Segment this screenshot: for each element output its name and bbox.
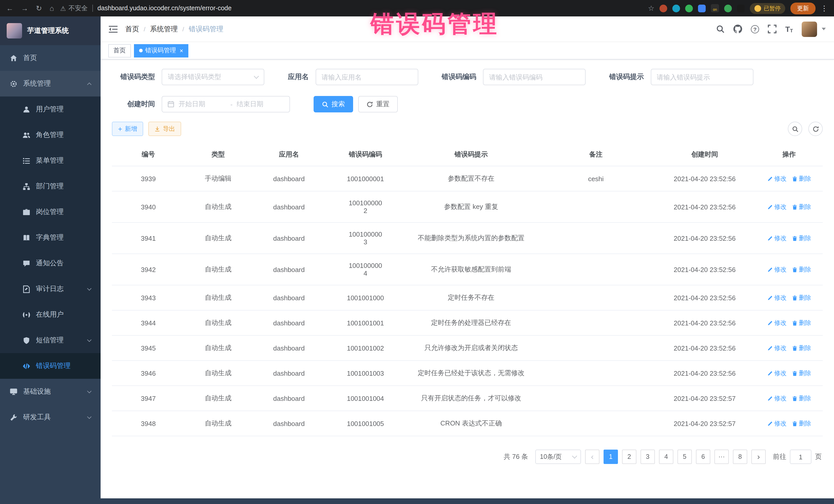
- trash-icon: [792, 267, 797, 272]
- edit-link[interactable]: 修改: [767, 293, 787, 302]
- edit-link[interactable]: 修改: [767, 344, 787, 352]
- home-nav-icon[interactable]: ⌂: [49, 5, 54, 12]
- delete-link[interactable]: 删除: [792, 174, 811, 183]
- search-button[interactable]: 搜索: [313, 96, 353, 112]
- tag-error-code[interactable]: 错误码管理 ×: [134, 44, 188, 57]
- app-name-input[interactable]: [315, 69, 418, 85]
- cell-type: 自动生成: [185, 191, 251, 222]
- cell-code: 1001000001: [326, 166, 404, 191]
- sidebar-item-sms-management[interactable]: 短信管理: [0, 327, 101, 353]
- breadcrumb-system[interactable]: 系统管理: [150, 24, 178, 34]
- browser-menu-icon[interactable]: ⋮: [821, 4, 828, 12]
- reload-icon[interactable]: ↻: [36, 5, 42, 12]
- page-size-select[interactable]: 10条/页: [535, 450, 581, 464]
- page-button-8[interactable]: 8: [733, 450, 747, 464]
- goto-page-input[interactable]: [790, 450, 811, 464]
- sidebar-item-dict-management[interactable]: 字典管理: [0, 225, 101, 250]
- address-bar[interactable]: ⚠ 不安全 dashboard.yudao.iocoder.cn/system/…: [60, 4, 641, 13]
- sidebar-item-post-management[interactable]: 岗位管理: [0, 199, 101, 225]
- delete-link[interactable]: 删除: [792, 234, 811, 242]
- paused-profile-badge[interactable]: 已暂停: [750, 3, 785, 14]
- edit-link[interactable]: 修改: [767, 202, 787, 211]
- date-range-picker[interactable]: 开始日期 - 结束日期: [162, 96, 290, 112]
- extension-icon-teal[interactable]: [672, 4, 680, 12]
- delete-link[interactable]: 删除: [792, 419, 811, 428]
- extension-icon-tampermonkey[interactable]: [737, 4, 745, 12]
- page-button-3[interactable]: 3: [640, 450, 655, 464]
- fullscreen-icon[interactable]: [768, 25, 776, 34]
- sidebar-item-audit-log[interactable]: 审计日志: [0, 276, 101, 302]
- github-icon[interactable]: [733, 25, 742, 34]
- extension-icon-blue-grid[interactable]: [698, 4, 706, 12]
- extension-icon-on-badge[interactable]: on: [711, 4, 719, 12]
- sidebar-item-infrastructure[interactable]: 基础设施: [0, 379, 101, 404]
- delete-link[interactable]: 删除: [792, 369, 811, 377]
- help-icon[interactable]: ?: [751, 25, 759, 33]
- extension-icon-red[interactable]: [659, 4, 667, 12]
- delete-link[interactable]: 删除: [792, 265, 811, 274]
- page-button-5[interactable]: 5: [678, 450, 692, 464]
- sidebar-item-error-code-management[interactable]: 错误码管理: [0, 353, 101, 379]
- export-button[interactable]: 导出: [148, 122, 181, 136]
- cell-app: dashboard: [251, 411, 326, 436]
- not-secure-badge[interactable]: ⚠ 不安全: [60, 4, 88, 13]
- home-icon: [10, 54, 18, 62]
- url-text[interactable]: dashboard.yudao.iocoder.cn/system/error-…: [97, 5, 232, 12]
- delete-link[interactable]: 删除: [792, 394, 811, 403]
- page-button-6[interactable]: 6: [696, 450, 710, 464]
- edit-link[interactable]: 修改: [767, 319, 787, 327]
- app-title: 芋道管理系统: [27, 26, 69, 36]
- breadcrumb-home[interactable]: 首页: [125, 24, 139, 34]
- user-avatar[interactable]: [802, 21, 817, 37]
- chevron-down-icon: [87, 414, 92, 419]
- end-date-placeholder: 结束日期: [237, 100, 284, 109]
- edit-link[interactable]: 修改: [767, 394, 787, 403]
- edit-link[interactable]: 修改: [767, 174, 787, 183]
- delete-link[interactable]: 删除: [792, 344, 811, 352]
- more-pages-button[interactable]: ···: [715, 450, 729, 464]
- sidebar-item-menu-management[interactable]: 菜单管理: [0, 148, 101, 174]
- page-button-2[interactable]: 2: [622, 450, 636, 464]
- delete-link[interactable]: 删除: [792, 319, 811, 327]
- cell-time: 2021-04-20 23:52:56: [654, 310, 755, 335]
- sidebar-item-role-management[interactable]: 角色管理: [0, 122, 101, 148]
- update-browser-button[interactable]: 更新: [790, 2, 815, 14]
- forward-icon[interactable]: →: [21, 5, 28, 12]
- sidebar-item-user-management[interactable]: 用户管理: [0, 96, 101, 122]
- extension-icon-green-check[interactable]: [685, 4, 693, 12]
- toggle-search-button[interactable]: [788, 122, 802, 136]
- bookmark-star-icon[interactable]: ☆: [648, 4, 654, 12]
- refresh-table-button[interactable]: [808, 122, 823, 136]
- sidebar-item-department-management[interactable]: 部门管理: [0, 174, 101, 199]
- edit-link[interactable]: 修改: [767, 234, 787, 242]
- edit-link[interactable]: 修改: [767, 369, 787, 377]
- add-button[interactable]: + 新增: [112, 122, 143, 136]
- delete-link[interactable]: 删除: [792, 202, 811, 211]
- caret-down-icon[interactable]: [822, 28, 826, 30]
- cell-type: 手动编辑: [185, 166, 251, 191]
- close-icon[interactable]: ×: [180, 47, 183, 53]
- sidebar-item-dev-tools[interactable]: 研发工具: [0, 404, 101, 430]
- error-hint-input[interactable]: [651, 69, 753, 85]
- page-button-1[interactable]: 1: [603, 450, 618, 464]
- search-icon[interactable]: [716, 25, 725, 34]
- sidebar-item-system-management[interactable]: 系统管理: [0, 71, 101, 96]
- error-code-input[interactable]: [483, 69, 586, 85]
- cell-type: 自动生成: [185, 285, 251, 310]
- page-button-4[interactable]: 4: [659, 450, 673, 464]
- error-type-select[interactable]: 请选择错误码类型: [162, 69, 264, 85]
- edit-link[interactable]: 修改: [767, 265, 787, 274]
- delete-link[interactable]: 删除: [792, 293, 811, 302]
- next-page-button[interactable]: ›: [751, 450, 766, 464]
- edit-link[interactable]: 修改: [767, 419, 787, 428]
- tag-home[interactable]: 首页: [108, 44, 131, 57]
- sidebar-fold-icon[interactable]: [109, 25, 117, 32]
- prev-page-button[interactable]: ‹: [585, 450, 599, 464]
- reset-button[interactable]: 重置: [358, 96, 398, 112]
- sidebar-item-online-users[interactable]: 在线用户: [0, 302, 101, 327]
- sidebar-item-home[interactable]: 首页: [0, 45, 101, 71]
- back-icon[interactable]: ←: [6, 5, 13, 12]
- sidebar-item-notice[interactable]: 通知公告: [0, 250, 101, 276]
- extension-icon-green-leaf[interactable]: [724, 4, 732, 12]
- font-size-icon[interactable]: TT: [785, 25, 793, 33]
